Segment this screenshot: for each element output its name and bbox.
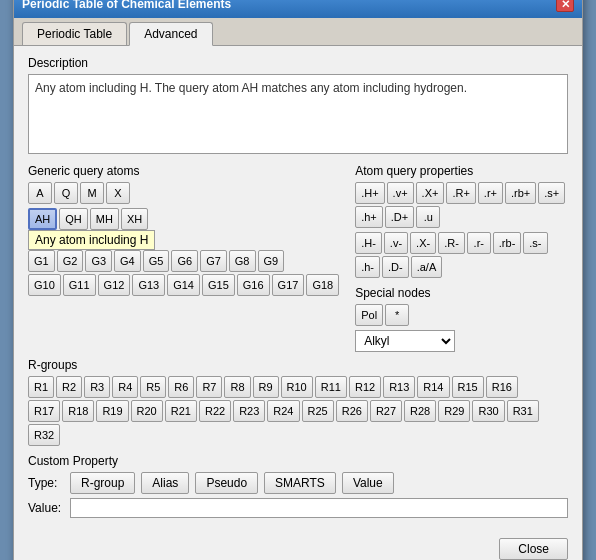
btn-smarts-type[interactable]: SMARTS [264,472,336,494]
btn-alias-type[interactable]: Alias [141,472,189,494]
btn-G14[interactable]: G14 [167,274,200,296]
btn-D-[interactable]: .D- [382,256,409,278]
btn-r-[interactable]: .r- [467,232,491,254]
close-button[interactable]: Close [499,538,568,560]
btn-R20[interactable]: R20 [131,400,163,422]
btn-R30[interactable]: R30 [472,400,504,422]
btn-G13[interactable]: G13 [132,274,165,296]
btn-R24[interactable]: R24 [267,400,299,422]
btn-G15[interactable]: G15 [202,274,235,296]
btn-G3[interactable]: G3 [85,250,112,272]
description-text: Any atom including H. The query atom AH … [28,74,568,154]
btn-R5[interactable]: R5 [140,376,166,398]
btn-R9[interactable]: R9 [253,376,279,398]
periodic-row2: G10 G11 G12 G13 G14 G15 G16 G17 G18 [28,274,339,296]
btn-X+[interactable]: .X+ [416,182,445,204]
atom-query-label: Atom query properties [355,164,568,178]
btn-r+[interactable]: .r+ [478,182,503,204]
btn-G18[interactable]: G18 [306,274,339,296]
btn-R19[interactable]: R19 [96,400,128,422]
btn-R29[interactable]: R29 [438,400,470,422]
btn-u[interactable]: .u [416,206,440,228]
btn-G5[interactable]: G5 [143,250,170,272]
btn-rb+[interactable]: .rb+ [505,182,536,204]
btn-R12[interactable]: R12 [349,376,381,398]
btn-R18[interactable]: R18 [62,400,94,422]
btn-G2[interactable]: G2 [57,250,84,272]
atom-query-row2: .H- .v- .X- .R- .r- .rb- .s- .h- .D- .a/… [355,232,568,278]
btn-R25[interactable]: R25 [302,400,334,422]
btn-QH[interactable]: QH [59,208,88,230]
btn-A[interactable]: A [28,182,52,204]
btn-R4[interactable]: R4 [112,376,138,398]
btn-Q[interactable]: Q [54,182,78,204]
btn-R6[interactable]: R6 [168,376,194,398]
btn-R27[interactable]: R27 [370,400,402,422]
btn-R2[interactable]: R2 [56,376,82,398]
btn-G6[interactable]: G6 [171,250,198,272]
btn-G10[interactable]: G10 [28,274,61,296]
middle-sections: Generic query atoms A Q M X AH QH MH XH … [28,164,568,352]
btn-R32[interactable]: R32 [28,424,60,446]
btn-R26[interactable]: R26 [336,400,368,422]
btn-G9[interactable]: G9 [258,250,285,272]
btn-h+[interactable]: .h+ [355,206,383,228]
btn-R7[interactable]: R7 [196,376,222,398]
btn-v-[interactable]: .v- [384,232,408,254]
btn-R11[interactable]: R11 [315,376,347,398]
rgroups-row2: R17 R18 R19 R20 R21 R22 R23 R24 R25 R26 … [28,400,568,446]
btn-pseudo-type[interactable]: Pseudo [195,472,258,494]
btn-R21[interactable]: R21 [165,400,197,422]
btn-X-[interactable]: .X- [410,232,436,254]
btn-G7[interactable]: G7 [200,250,227,272]
btn-R16[interactable]: R16 [486,376,518,398]
btn-G4[interactable]: G4 [114,250,141,272]
tab-periodic-table[interactable]: Periodic Table [22,22,127,45]
btn-value-type[interactable]: Value [342,472,394,494]
btn-rgroup-type[interactable]: R-group [70,472,135,494]
btn-R3[interactable]: R3 [84,376,110,398]
btn-G11[interactable]: G11 [63,274,96,296]
btn-R22[interactable]: R22 [199,400,231,422]
btn-H-[interactable]: .H- [355,232,382,254]
description-label: Description [28,56,568,70]
btn-R15[interactable]: R15 [452,376,484,398]
footer: Close [14,532,582,560]
btn-G16[interactable]: G16 [237,274,270,296]
btn-R-[interactable]: .R- [438,232,465,254]
btn-MH[interactable]: MH [90,208,119,230]
btn-M[interactable]: M [80,182,104,204]
btn-R14[interactable]: R14 [417,376,449,398]
btn-AH[interactable]: AH [28,208,57,230]
btn-R1[interactable]: R1 [28,376,54,398]
close-window-button[interactable]: ✕ [556,0,574,12]
btn-R28[interactable]: R28 [404,400,436,422]
btn-R8[interactable]: R8 [224,376,250,398]
btn-R10[interactable]: R10 [281,376,313,398]
btn-Pol[interactable]: Pol [355,304,383,326]
generic-row2: AH QH MH XH Any atom including H [28,208,339,230]
btn-s+[interactable]: .s+ [538,182,565,204]
btn-star[interactable]: * [385,304,409,326]
btn-G8[interactable]: G8 [229,250,256,272]
btn-h-[interactable]: .h- [355,256,380,278]
btn-v+[interactable]: .v+ [387,182,414,204]
btn-D+[interactable]: .D+ [385,206,414,228]
btn-G17[interactable]: G17 [272,274,305,296]
alkyl-dropdown[interactable]: Alkyl [355,330,455,352]
value-input[interactable] [70,498,568,518]
btn-R17[interactable]: R17 [28,400,60,422]
btn-aA[interactable]: .a/A [411,256,443,278]
btn-H+[interactable]: .H+ [355,182,384,204]
btn-G12[interactable]: G12 [98,274,131,296]
btn-rb-[interactable]: .rb- [493,232,522,254]
tab-advanced[interactable]: Advanced [129,22,212,46]
btn-R13[interactable]: R13 [383,376,415,398]
btn-R31[interactable]: R31 [507,400,539,422]
btn-G1[interactable]: G1 [28,250,55,272]
btn-R23[interactable]: R23 [233,400,265,422]
btn-X[interactable]: X [106,182,130,204]
btn-XH[interactable]: XH [121,208,148,230]
btn-s-[interactable]: .s- [523,232,547,254]
btn-R+[interactable]: .R+ [446,182,475,204]
